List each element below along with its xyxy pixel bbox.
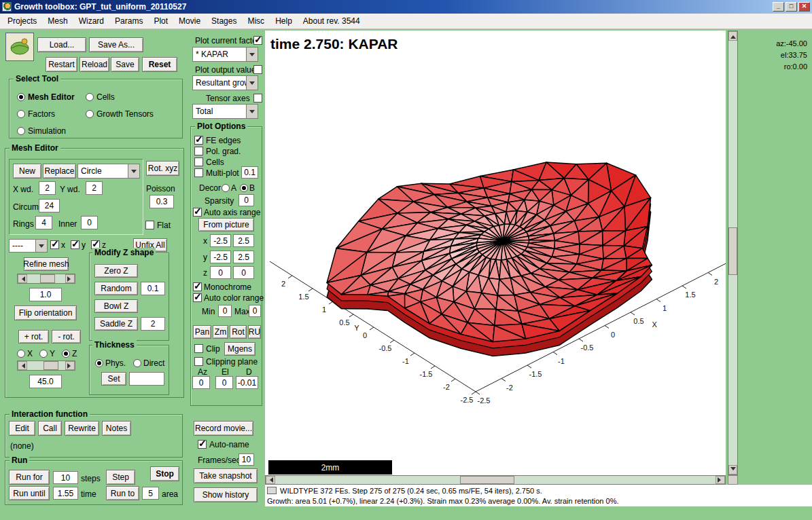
- stop-button[interactable]: Stop: [150, 466, 179, 481]
- random-z-button[interactable]: Random: [94, 282, 138, 295]
- rot-axis-z-radio[interactable]: [62, 350, 70, 358]
- menu-stages[interactable]: Stages: [206, 14, 242, 28]
- thickness-value-field[interactable]: [129, 372, 164, 386]
- thickness-phys-radio[interactable]: [95, 359, 103, 367]
- new-mesh-button[interactable]: New: [13, 164, 41, 179]
- max-field[interactable]: [249, 305, 261, 317]
- clip-checkbox[interactable]: [194, 344, 203, 353]
- maximize-button[interactable]: □: [785, 2, 797, 12]
- frames-sec-field[interactable]: [239, 453, 254, 466]
- tensor-axes-checkbox[interactable]: [253, 94, 262, 103]
- decor-b-radio[interactable]: [240, 184, 248, 192]
- x-wd-field[interactable]: [39, 181, 56, 195]
- step-button[interactable]: Step: [106, 470, 135, 485]
- rotate-slider-thumb[interactable]: [43, 361, 58, 370]
- decor-a-radio[interactable]: [222, 184, 230, 192]
- mesh-editor-radio[interactable]: [17, 93, 25, 101]
- clip-el-field[interactable]: [215, 376, 233, 389]
- edit-interaction-button[interactable]: Edit: [9, 421, 35, 436]
- auto-color-range-checkbox[interactable]: [193, 293, 202, 302]
- zero-z-button[interactable]: Zero Z: [94, 264, 138, 278]
- clip-d-field[interactable]: [236, 376, 258, 389]
- menu-params[interactable]: Params: [109, 14, 148, 28]
- rings-field[interactable]: [35, 216, 52, 229]
- refine-slider-thumb[interactable]: [40, 274, 55, 283]
- pol-grad-checkbox[interactable]: [194, 147, 203, 155]
- mesh-shape-dropdown[interactable]: Circle: [77, 164, 140, 179]
- cells-radio[interactable]: [86, 93, 94, 101]
- output-dropdown[interactable]: Resultant growth...: [192, 75, 258, 90]
- call-interaction-button[interactable]: Call: [38, 421, 62, 436]
- inner-field[interactable]: [81, 216, 98, 229]
- menu-about[interactable]: About rev. 3544: [298, 14, 366, 28]
- factors-radio[interactable]: [17, 110, 25, 118]
- slider-down-arrow[interactable]: [728, 465, 737, 475]
- refine-mesh-button[interactable]: Refine mesh: [24, 257, 69, 271]
- flat-checkbox[interactable]: [145, 221, 154, 229]
- minimize-button[interactable]: _: [773, 2, 784, 12]
- multi-plot-checkbox[interactable]: [194, 168, 203, 177]
- refine-slider-track[interactable]: [27, 274, 65, 283]
- bowl-z-button[interactable]: Bowl Z: [94, 299, 138, 313]
- elevation-slider-track[interactable]: [728, 41, 737, 465]
- tensor-dropdown[interactable]: Total: [192, 104, 258, 119]
- rotate-slider-track[interactable]: [27, 361, 65, 370]
- mgens-button[interactable]: Mgens: [224, 342, 255, 356]
- x-max-field[interactable]: [233, 234, 254, 247]
- elevation-slider-thumb[interactable]: [728, 227, 737, 275]
- factor-dropdown[interactable]: * KAPAR: [192, 47, 258, 62]
- rot-xyz-button[interactable]: Rot. xyz: [146, 161, 179, 176]
- flip-orientation-button[interactable]: Flip orientation: [14, 305, 77, 320]
- factor-dropdown-arrow[interactable]: [246, 48, 258, 61]
- fix-nodes-dropdown-arrow[interactable]: [35, 240, 47, 252]
- auto-axis-range-checkbox[interactable]: [193, 208, 202, 217]
- record-movie-button[interactable]: Record movie...: [194, 421, 253, 436]
- reset-button[interactable]: Reset: [142, 57, 177, 72]
- rotate-up-button[interactable]: RU: [248, 325, 261, 339]
- y-min-field[interactable]: [210, 250, 231, 263]
- close-button[interactable]: ✕: [798, 2, 810, 12]
- monochrome-checkbox[interactable]: [193, 282, 202, 291]
- rot-axis-y-radio[interactable]: [39, 350, 48, 358]
- menu-plot[interactable]: Plot: [148, 14, 173, 28]
- slider-left-arrow[interactable]: [18, 274, 27, 283]
- run-until-button[interactable]: Run until: [9, 486, 50, 500]
- clipping-plane-checkbox[interactable]: [194, 357, 203, 366]
- rot-angle-field[interactable]: [29, 375, 62, 388]
- refine-value-field[interactable]: [29, 288, 62, 301]
- saddle-z-field[interactable]: [141, 317, 165, 331]
- rotate-button[interactable]: Rot: [230, 325, 247, 339]
- save-button[interactable]: Save: [111, 57, 139, 72]
- run-for-button[interactable]: Run for: [9, 470, 50, 485]
- menu-mesh[interactable]: Mesh: [42, 14, 73, 28]
- azimuth-slider[interactable]: [265, 475, 726, 485]
- clip-az-field[interactable]: [192, 376, 210, 389]
- run-to-button[interactable]: Run to: [106, 486, 139, 500]
- menu-help[interactable]: Help: [270, 14, 298, 28]
- saddle-z-button[interactable]: Saddle Z: [94, 317, 138, 331]
- save-as-button[interactable]: Save As...: [89, 37, 143, 52]
- run-steps-field[interactable]: [53, 471, 78, 484]
- fix-x-checkbox[interactable]: [50, 240, 59, 249]
- fe-edges-checkbox[interactable]: [194, 136, 203, 145]
- poisson-field[interactable]: [149, 195, 174, 208]
- fix-nodes-dropdown[interactable]: ----: [9, 239, 48, 253]
- menu-misc[interactable]: Misc: [242, 14, 270, 28]
- x-min-field[interactable]: [210, 234, 231, 247]
- min-field[interactable]: [218, 305, 232, 317]
- plus-rot-button[interactable]: + rot.: [18, 330, 49, 343]
- thickness-direct-radio[interactable]: [133, 359, 141, 367]
- slider-right-arrow[interactable]: [65, 274, 75, 283]
- y-wd-field[interactable]: [86, 181, 103, 195]
- z-min-field[interactable]: [210, 266, 231, 279]
- replace-mesh-button[interactable]: Replace: [43, 164, 76, 179]
- y-max-field[interactable]: [233, 250, 254, 263]
- simulation-radio[interactable]: [17, 127, 25, 135]
- zoom-button[interactable]: Zm: [213, 325, 228, 339]
- elevation-slider[interactable]: [728, 31, 738, 475]
- slider-left-arrow[interactable]: [18, 361, 27, 370]
- show-history-button[interactable]: Show history: [194, 487, 258, 502]
- multi-plot-field[interactable]: [241, 166, 258, 179]
- menu-wizard[interactable]: Wizard: [73, 14, 109, 28]
- azimuth-slider-track[interactable]: [275, 476, 716, 484]
